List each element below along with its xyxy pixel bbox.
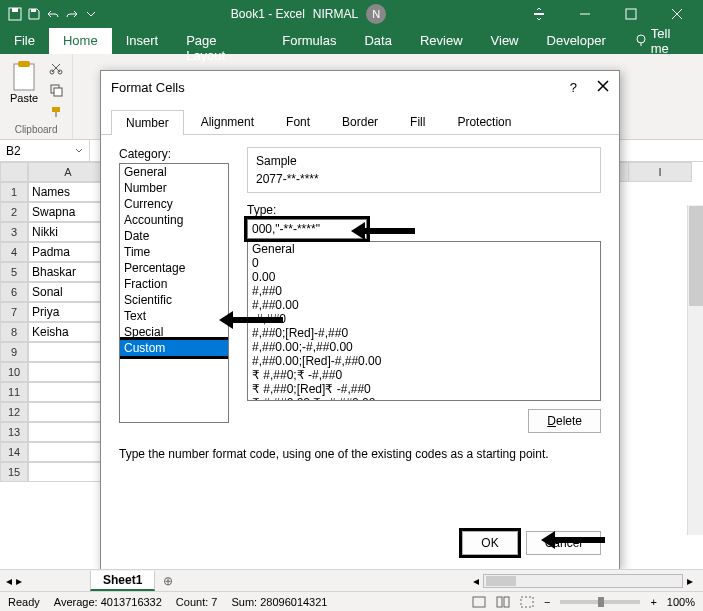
dialog-tab-protection[interactable]: Protection [442, 109, 526, 134]
cell[interactable] [28, 402, 108, 422]
cell[interactable]: Padma [28, 242, 108, 262]
col-header[interactable]: A [28, 162, 108, 182]
row-header[interactable]: 11 [0, 382, 28, 402]
row-header[interactable]: 10 [0, 362, 28, 382]
sheet-nav-prev-icon[interactable]: ◂ [6, 574, 12, 588]
row-header[interactable]: 1 [0, 182, 28, 202]
row-header[interactable]: 8 [0, 322, 28, 342]
cat-item-text[interactable]: Text [120, 308, 228, 324]
tab-data[interactable]: Data [350, 28, 405, 54]
tab-home[interactable]: Home [49, 28, 112, 54]
hscroll-right-icon[interactable]: ▸ [687, 574, 693, 588]
delete-button[interactable]: Delete [528, 409, 601, 433]
cut-icon[interactable] [46, 58, 66, 78]
autosave-icon[interactable] [6, 5, 24, 23]
redo-icon[interactable] [63, 5, 81, 23]
type-item[interactable]: #,##0 [248, 284, 600, 298]
type-item[interactable]: #,##0.00;-#,##0.00 [248, 340, 600, 354]
cat-item-special[interactable]: Special [120, 324, 228, 340]
format-painter-icon[interactable] [46, 102, 66, 122]
row-header[interactable]: 5 [0, 262, 28, 282]
row-header[interactable]: 14 [0, 442, 28, 462]
cell[interactable] [28, 462, 108, 482]
sheet-add-button[interactable]: ⊕ [155, 572, 181, 590]
type-item[interactable]: ₹ #,##0.00;₹ -#,##0.00 [248, 396, 600, 401]
tab-view[interactable]: View [477, 28, 533, 54]
cat-item-fraction[interactable]: Fraction [120, 276, 228, 292]
vertical-scrollbar[interactable] [687, 205, 703, 535]
tab-review[interactable]: Review [406, 28, 477, 54]
tab-formulas[interactable]: Formulas [268, 28, 350, 54]
ok-button[interactable]: OK [462, 531, 517, 555]
category-list[interactable]: General Number Currency Accounting Date … [119, 163, 229, 423]
row-header[interactable]: 6 [0, 282, 28, 302]
view-pagebreak-icon[interactable] [520, 596, 534, 608]
cell[interactable] [28, 362, 108, 382]
type-item[interactable]: ₹ #,##0;₹ -#,##0 [248, 368, 600, 382]
cat-item-date[interactable]: Date [120, 228, 228, 244]
type-item[interactable]: #,##0.00;[Red]-#,##0.00 [248, 354, 600, 368]
cat-item-time[interactable]: Time [120, 244, 228, 260]
tab-file[interactable]: File [0, 28, 49, 54]
dialog-tab-alignment[interactable]: Alignment [186, 109, 269, 134]
sheet-nav-next-icon[interactable]: ▸ [16, 574, 22, 588]
dialog-close-icon[interactable] [597, 80, 609, 95]
save-icon[interactable] [25, 5, 43, 23]
user-avatar[interactable]: N [366, 4, 386, 24]
cell[interactable] [28, 342, 108, 362]
dialog-tab-fill[interactable]: Fill [395, 109, 440, 134]
qat-customize-icon[interactable] [82, 5, 100, 23]
zoom-out-icon[interactable]: − [544, 596, 550, 608]
cell[interactable]: Sonal [28, 282, 108, 302]
type-item[interactable]: 0.00 [248, 270, 600, 284]
row-header[interactable]: 3 [0, 222, 28, 242]
type-item[interactable]: #,##0;[Red]-#,##0 [248, 326, 600, 340]
cell[interactable]: Swapna [28, 202, 108, 222]
row-header[interactable]: 12 [0, 402, 28, 422]
cat-item-number[interactable]: Number [120, 180, 228, 196]
row-header[interactable]: 7 [0, 302, 28, 322]
zoom-slider[interactable] [560, 600, 640, 604]
scrollbar-thumb[interactable] [486, 576, 516, 586]
dialog-help-icon[interactable]: ? [570, 80, 577, 95]
dialog-tab-font[interactable]: Font [271, 109, 325, 134]
cell[interactable]: Priya [28, 302, 108, 322]
dialog-tab-number[interactable]: Number [111, 110, 184, 135]
cell[interactable]: Keisha [28, 322, 108, 342]
view-pagelayout-icon[interactable] [496, 596, 510, 608]
cat-item-general[interactable]: General [120, 164, 228, 180]
cat-item-currency[interactable]: Currency [120, 196, 228, 212]
cell[interactable]: Names [28, 182, 108, 202]
paste-button[interactable]: Paste [6, 58, 42, 122]
cell[interactable] [28, 422, 108, 442]
cat-item-custom[interactable]: Custom [120, 340, 228, 356]
tab-tellme[interactable]: Tell me [620, 28, 703, 54]
type-list[interactable]: General 0 0.00 #,##0 #,##0.00 -#,##0 #,#… [247, 241, 601, 401]
row-header[interactable]: 15 [0, 462, 28, 482]
cell[interactable]: Nikki [28, 222, 108, 242]
cat-item-scientific[interactable]: Scientific [120, 292, 228, 308]
type-item[interactable]: ₹ #,##0;[Red]₹ -#,##0 [248, 382, 600, 396]
close-icon[interactable] [655, 0, 699, 28]
cell[interactable] [28, 442, 108, 462]
type-input[interactable] [247, 219, 367, 239]
maximize-icon[interactable] [609, 0, 653, 28]
row-header[interactable]: 2 [0, 202, 28, 222]
zoom-thumb[interactable] [598, 597, 604, 607]
type-item[interactable]: 0 [248, 256, 600, 270]
scrollbar-thumb[interactable] [689, 206, 703, 306]
copy-icon[interactable] [46, 80, 66, 100]
cat-item-accounting[interactable]: Accounting [120, 212, 228, 228]
zoom-level[interactable]: 100% [667, 596, 695, 608]
view-normal-icon[interactable] [472, 596, 486, 608]
cat-item-percentage[interactable]: Percentage [120, 260, 228, 276]
cell[interactable] [28, 382, 108, 402]
dialog-tab-border[interactable]: Border [327, 109, 393, 134]
zoom-in-icon[interactable]: + [650, 596, 656, 608]
row-header[interactable]: 9 [0, 342, 28, 362]
type-item[interactable]: General [248, 242, 600, 256]
undo-icon[interactable] [44, 5, 62, 23]
tab-page-layout[interactable]: Page Layout [172, 28, 268, 54]
row-header[interactable]: 13 [0, 422, 28, 442]
ribbon-options-icon[interactable] [517, 0, 561, 28]
